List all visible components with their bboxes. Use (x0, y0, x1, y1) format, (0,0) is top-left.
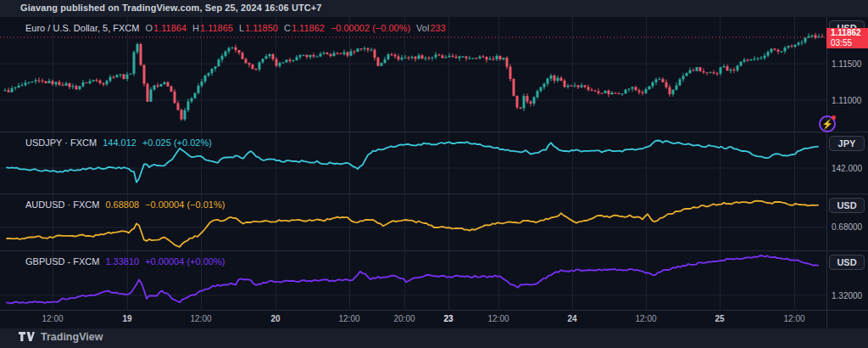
ohlc-open: O1.11864 (145, 23, 186, 33)
ohlc-close: C1.11862 (284, 23, 325, 33)
time-tick-label: 20:00 (393, 314, 415, 323)
tradingview-chart-screenshot: Giavang published on TradingView.com, Se… (0, 0, 868, 348)
time-tick-label: 20 (270, 314, 280, 323)
legend-title: GBPUSD - FXCM (25, 256, 99, 267)
price-label: 0.68000 (832, 222, 862, 232)
flash-circle-icon[interactable]: ⚡ (819, 115, 836, 132)
notification-dot (832, 115, 836, 120)
last-price-tag: 1.11862 03:55 (826, 28, 868, 48)
tradingview-logo-icon (19, 332, 35, 342)
time-tick-label: 12:00 (338, 314, 359, 323)
time-tick-label: 23 (443, 314, 453, 323)
legend-volume: Vol233 (416, 23, 446, 33)
legend-value: 1.33810 (105, 256, 139, 267)
ohlc-low: L1.11850 (239, 23, 278, 33)
legend-eurusd[interactable]: Euro / U.S. Dollar, 5, FXCM O1.11864 H1.… (25, 23, 446, 33)
price-label: 1.11500 (832, 59, 861, 69)
ohlc-high: H1.11865 (192, 23, 233, 33)
price-label: 142.000 (832, 164, 862, 173)
time-tick-label: 25 (715, 314, 724, 323)
time-axis[interactable]: 12:001912:002012:0020:002312:002412:0025… (0, 310, 868, 328)
tradingview-brand-text: TradingView (41, 331, 103, 343)
legend-change: +0.025 (+0.02%) (142, 138, 212, 148)
legend-value: 144.012 (103, 138, 136, 148)
legend-title: AUDUSD · FXCM (25, 199, 99, 210)
legend-value: 0.68808 (105, 199, 139, 210)
price-label: 1.11000 (832, 96, 861, 105)
legend-gbpusd[interactable]: GBPUSD - FXCM 1.33810 +0.00004 (+0.00%) (25, 256, 225, 267)
currency-button-jpy[interactable]: JPY (829, 136, 865, 151)
chart-canvas[interactable] (0, 0, 868, 348)
time-tick-label: 24 (567, 314, 576, 323)
last-price-value: 1.11862 (831, 28, 868, 38)
currency-button-usd-gbpusd[interactable]: USD (829, 255, 865, 270)
bar-countdown: 03:55 (831, 38, 868, 48)
legend-change: −0.00002 (−0.00%) (331, 23, 410, 33)
time-tick-label: 12:00 (783, 314, 804, 323)
price-label: 1.32000 (832, 291, 862, 300)
legend-change: −0.00004 (−0.01%) (145, 199, 225, 210)
legend-title: USDJPY · FXCM (25, 138, 97, 148)
time-tick-label: 19 (122, 314, 131, 323)
time-tick-label: 12:00 (635, 314, 656, 323)
legend-change: +0.00004 (+0.00%) (145, 256, 225, 267)
time-tick-label: 12:00 (487, 314, 509, 323)
legend-usdjpy[interactable]: USDJPY · FXCM 144.012 +0.025 (+0.02%) (25, 138, 212, 148)
tradingview-logo-link[interactable]: TradingView (19, 331, 103, 343)
legend-title: Euro / U.S. Dollar, 5, FXCM (25, 23, 139, 33)
currency-button-usd-audusd[interactable]: USD (829, 198, 865, 213)
time-tick-label: 12:00 (42, 314, 63, 323)
legend-audusd[interactable]: AUDUSD · FXCM 0.68808 −0.00004 (−0.01%) (25, 199, 225, 210)
time-tick-label: 12:00 (190, 314, 211, 323)
attribution-text: Giavang published on TradingView.com, Se… (20, 3, 322, 13)
bottom-strip (0, 328, 868, 348)
